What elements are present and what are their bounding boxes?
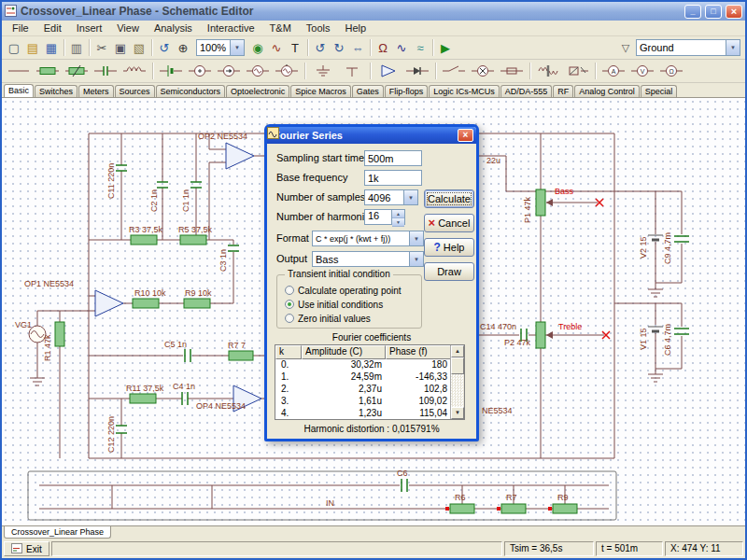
sampling-start-time-input[interactable] [364,150,422,166]
voltmeter-icon[interactable]: V [628,62,656,80]
menu-t-m[interactable]: T&M [263,21,298,35]
coefficient-row[interactable]: 0.30,32m180 [275,359,464,371]
coefficient-row[interactable]: 2.2,37u102,8 [275,384,464,396]
table-scrollbar[interactable] [450,345,464,419]
menu-edit[interactable]: Edit [37,21,68,35]
column-header[interactable]: k [275,345,302,359]
menu-help[interactable]: Help [339,21,374,35]
print-icon[interactable]: ▥ [67,38,86,57]
wire-icon[interactable] [5,62,33,80]
dialog-title-bar[interactable]: Fourier Series [267,127,476,144]
samples-select[interactable]: 4096 [364,189,418,205]
coefficient-row[interactable]: 3.1,61u109,02 [275,396,464,408]
help-button[interactable]: Help [424,238,474,257]
cancel-button[interactable]: Cancel [424,214,474,232]
title-bar[interactable]: Crossover_Linear Phase - Schematic Edito… [2,2,745,21]
rotate-left-icon[interactable]: ↺ [311,38,330,57]
ohmmeter-icon[interactable]: Ω [657,62,685,80]
switch-icon[interactable] [440,62,468,80]
menu-analysis[interactable]: Analysis [148,21,199,35]
scrollbar-track[interactable] [451,374,464,407]
output-pin-markers[interactable] [596,199,610,339]
tab-sources[interactable]: Sources [115,85,155,97]
fuse-icon[interactable] [498,62,526,80]
tab-semiconductors[interactable]: Semiconductors [156,85,226,97]
mirror-icon[interactable]: ⇔ [348,38,367,57]
resistor-icon[interactable] [34,62,62,80]
opamp-icon[interactable] [374,62,402,80]
capacitor-icon[interactable] [92,62,120,80]
dialog-close-button[interactable] [458,129,473,142]
lamp-icon[interactable] [469,62,497,80]
spinner-up-icon[interactable] [392,210,404,218]
signal-analyzer-icon[interactable]: ≈ [411,38,430,57]
opamp-symbols[interactable] [95,143,261,412]
battery-icon[interactable] [157,62,185,80]
open-file-icon[interactable]: ▤ [23,38,42,57]
exit-button[interactable]: Exit [4,541,49,556]
calculate-button[interactable]: Calculate [424,189,474,208]
tab-rf[interactable]: RF [553,85,573,97]
undo-icon[interactable]: ↺ [155,38,174,57]
sheet-tab[interactable]: Crossover_Linear Phase [4,526,111,539]
radio-use-initial-conditions[interactable]: Use initial conditions [285,298,421,311]
text-tool-icon[interactable]: T [286,38,304,57]
zoom-in-icon[interactable]: ⊕ [174,38,192,57]
tab-basic[interactable]: Basic [4,84,34,97]
interactive-mode-icon[interactable]: ▶ [436,38,455,57]
spinner-down-icon[interactable] [392,218,404,227]
column-header[interactable]: Phase (f) [386,345,451,359]
scroll-down-icon[interactable] [451,407,464,419]
ammeter-icon[interactable]: A [599,62,627,80]
menu-view[interactable]: View [110,21,146,35]
menu-tools[interactable]: Tools [300,21,337,35]
scrollbar-thumb[interactable] [451,357,464,374]
diode-icon[interactable] [403,62,431,80]
menu-interactive[interactable]: Interactive [201,21,261,35]
ground-icon[interactable] [309,62,337,80]
column-header[interactable]: Amplitude (C) [302,345,386,359]
radio-calculate-operating-point[interactable]: Calculate operating point [285,284,421,297]
paste-icon[interactable]: ▧ [130,38,148,57]
minimize-button[interactable] [684,5,701,19]
new-file-icon[interactable]: ▢ [5,38,23,57]
radio-zero-initial-values[interactable]: Zero initial values [285,312,421,325]
current-generator-icon[interactable] [273,62,301,80]
relay-icon[interactable] [563,62,591,80]
maximize-button[interactable] [705,5,722,19]
output-select[interactable]: Bass [312,251,424,267]
coefficient-row[interactable]: 1.24,59m-146,33 [275,371,464,384]
wire-tool-icon[interactable]: ∿ [267,38,286,57]
format-select[interactable]: C * exp(j * (kwt + fj)) [312,231,424,246]
last-component-icon[interactable]: ◉ [248,38,267,57]
voltage-generator-icon[interactable] [244,62,272,80]
ground-select[interactable]: Ground [636,39,740,56]
menu-insert[interactable]: Insert [70,21,109,35]
voltage-source-icon[interactable] [186,62,214,80]
harmonics-spinner[interactable]: 16 [364,209,405,225]
tab-spice-macros[interactable]: Spice Macros [290,85,351,97]
tab-special[interactable]: Special [641,85,678,97]
inductor-icon[interactable] [120,62,148,80]
tab-meters[interactable]: Meters [78,85,114,97]
tab-gates[interactable]: Gates [352,85,384,97]
zoom-select[interactable]: 100% [196,39,245,56]
ground-symbol-icon[interactable]: ▽ [616,38,635,57]
tab-switches[interactable]: Switches [35,85,78,97]
oscilloscope-icon[interactable]: ∿ [392,38,411,57]
tab-optoelectronic[interactable]: Optoelectronic [226,85,289,97]
tab-analog-control[interactable]: Analog Control [574,85,640,97]
tab-ad-da-555[interactable]: AD/DA-555 [500,85,553,97]
coefficient-row[interactable]: 4.1,23u115,04 [275,408,464,420]
copy-icon[interactable]: ▣ [111,38,130,57]
schematic-area[interactable]: OP2 NE5534C11 220nC2 1nC1 1nR3 37,5kR5 3… [2,98,745,525]
rotate-right-icon[interactable]: ↻ [330,38,348,57]
potentiometer-icon[interactable] [63,62,91,80]
save-icon[interactable]: ▦ [42,38,61,57]
draw-button[interactable]: Draw [424,262,474,281]
multimeter-icon[interactable]: Ω [374,38,392,57]
transformer-icon[interactable] [534,62,562,80]
vcc-supply-icon[interactable] [338,62,366,80]
current-source-icon[interactable] [215,62,243,80]
tab-flip-flops[interactable]: Flip-flops [385,85,429,97]
